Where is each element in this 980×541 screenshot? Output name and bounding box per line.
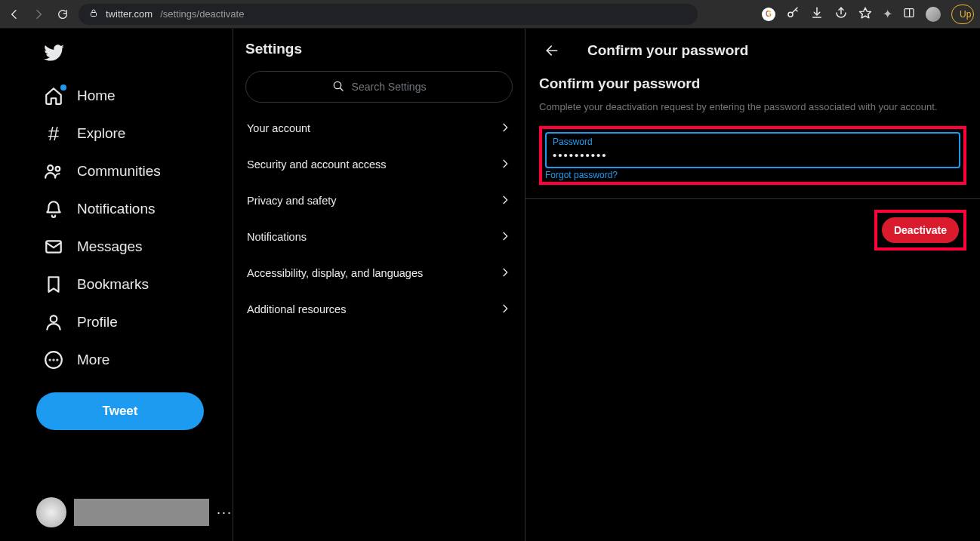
tweet-button[interactable]: Tweet — [36, 392, 204, 430]
password-highlight: Password Forgot password? — [539, 126, 966, 185]
browser-forward-button[interactable] — [30, 6, 47, 23]
bell-icon — [44, 199, 63, 219]
person-icon — [44, 312, 63, 332]
settings-item-privacy[interactable]: Privacy and safety — [233, 183, 525, 219]
settings-column: Settings Search Settings Your account Se… — [233, 29, 525, 541]
nav-bookmarks-label: Bookmarks — [77, 276, 149, 293]
settings-item-label: Security and account access — [247, 158, 387, 171]
nav-explore[interactable]: # Explore — [36, 115, 233, 152]
nav-communities-label: Communities — [77, 163, 161, 180]
star-icon[interactable] — [858, 6, 872, 23]
panel-header: Confirm your password — [587, 42, 748, 59]
deactivate-highlight: Deactivate — [874, 210, 966, 251]
nav-home-label: Home — [77, 88, 116, 104]
search-icon — [332, 80, 344, 94]
settings-item-notifications[interactable]: Notifications — [233, 219, 525, 255]
hashtag-icon: # — [44, 124, 63, 143]
more-icon: ··· — [217, 505, 233, 521]
nav-profile[interactable]: Profile — [36, 303, 233, 341]
key-icon[interactable] — [786, 6, 800, 23]
settings-item-accessibility[interactable]: Accessibility, display, and languages — [233, 255, 525, 291]
svg-point-6 — [56, 167, 60, 171]
nav-notifications[interactable]: Notifications — [36, 190, 233, 228]
google-icon[interactable]: G — [762, 8, 775, 21]
browser-back-button[interactable] — [6, 6, 23, 23]
chevron-right-icon — [499, 158, 511, 172]
chevron-right-icon — [499, 266, 511, 281]
people-icon — [44, 161, 63, 181]
share-icon[interactable] — [834, 6, 848, 23]
settings-search-placeholder: Search Settings — [352, 81, 427, 93]
settings-item-label: Privacy and safety — [247, 195, 336, 207]
nav-explore-label: Explore — [77, 125, 125, 142]
deactivate-button[interactable]: Deactivate — [882, 217, 959, 243]
svg-line-14 — [340, 88, 342, 90]
settings-title: Settings — [233, 29, 525, 71]
browser-address-bar[interactable]: twitter.com/settings/deactivate — [79, 4, 698, 25]
primary-nav: Home # Explore Communities Notifications… — [0, 29, 233, 541]
profile-avatar-icon[interactable] — [926, 7, 941, 22]
nav-messages-label: Messages — [77, 238, 143, 255]
nav-home[interactable]: Home — [36, 77, 233, 115]
chevron-right-icon — [499, 303, 511, 317]
account-avatar-icon — [36, 497, 66, 527]
svg-point-11 — [53, 359, 54, 360]
upgrade-button[interactable]: Up — [951, 5, 974, 24]
chevron-right-icon — [499, 230, 511, 244]
notification-dot-icon — [60, 85, 66, 91]
settings-search[interactable]: Search Settings — [245, 71, 513, 103]
back-button[interactable] — [539, 38, 565, 63]
nav-messages[interactable]: Messages — [36, 228, 233, 266]
extensions-icon[interactable]: ✦ — [883, 7, 892, 21]
password-label: Password — [553, 137, 953, 147]
panel-description: Complete your deactivation request by en… — [539, 101, 966, 112]
settings-item-resources[interactable]: Additional resources — [233, 291, 525, 327]
url-path: /settings/deactivate — [160, 8, 244, 20]
svg-rect-0 — [91, 13, 97, 17]
svg-point-5 — [48, 165, 53, 171]
settings-item-label: Your account — [247, 122, 310, 134]
twitter-logo-icon[interactable] — [36, 35, 233, 77]
home-icon — [44, 86, 63, 106]
detail-panel: Confirm your password Confirm your passw… — [525, 29, 980, 541]
password-field-container: Password — [545, 132, 960, 168]
chevron-right-icon — [499, 194, 511, 208]
settings-item-account[interactable]: Your account — [233, 110, 525, 146]
browser-actions: G ✦ Up — [762, 5, 974, 24]
forgot-password-link[interactable]: Forgot password? — [545, 170, 960, 180]
separator — [525, 198, 980, 199]
chevron-right-icon — [499, 121, 511, 136]
browser-reload-button[interactable] — [54, 6, 71, 23]
password-input[interactable] — [553, 147, 953, 161]
browser-toolbar: twitter.com/settings/deactivate G ✦ Up — [0, 0, 980, 29]
settings-item-label: Additional resources — [247, 303, 346, 315]
svg-point-10 — [50, 359, 51, 360]
nav-communities[interactable]: Communities — [36, 152, 233, 190]
envelope-icon — [44, 237, 63, 257]
lock-icon — [89, 8, 98, 20]
panel-icon[interactable] — [903, 7, 915, 22]
nav-more[interactable]: More — [36, 341, 233, 379]
more-circle-icon — [44, 350, 63, 370]
nav-more-label: More — [77, 352, 109, 368]
settings-item-security[interactable]: Security and account access — [233, 146, 525, 183]
panel-subtitle: Confirm your password — [539, 75, 966, 92]
svg-point-8 — [51, 315, 57, 322]
nav-profile-label: Profile — [77, 314, 118, 330]
url-host: twitter.com — [106, 8, 153, 20]
nav-notifications-label: Notifications — [77, 201, 156, 217]
bookmark-icon — [44, 275, 63, 294]
account-name-placeholder — [74, 499, 209, 526]
svg-marker-2 — [860, 8, 871, 18]
settings-item-label: Accessibility, display, and languages — [247, 267, 423, 279]
svg-point-12 — [57, 359, 57, 360]
account-switcher[interactable]: ··· — [36, 497, 233, 527]
nav-bookmarks[interactable]: Bookmarks — [36, 266, 233, 303]
settings-item-label: Notifications — [247, 231, 307, 243]
download-icon[interactable] — [810, 6, 824, 23]
